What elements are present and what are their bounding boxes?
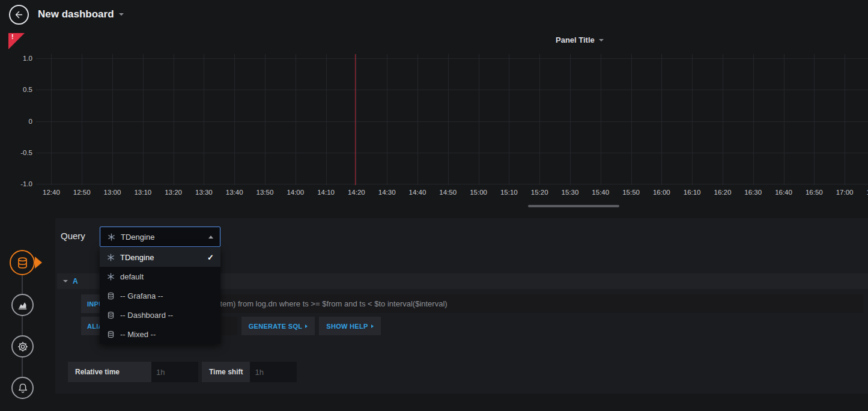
error-exclamation-icon: ! <box>11 34 14 40</box>
x-tick-label: 15:10 <box>494 189 524 196</box>
bell-icon <box>17 382 29 394</box>
tab-queries[interactable] <box>10 250 35 275</box>
gear-icon <box>17 341 29 353</box>
datasource-option-tdengine[interactable]: TDengine ✓ <box>100 248 220 267</box>
x-tick-label: 13:40 <box>219 189 250 196</box>
datasource-select[interactable]: TDengine <box>100 227 220 247</box>
datasource-db-icon <box>16 257 29 269</box>
option-label: TDengine <box>120 253 154 262</box>
x-tick-label: 14:50 <box>432 189 463 196</box>
caret-right-icon <box>371 324 374 328</box>
top-navbar: New dashboard <box>0 0 868 29</box>
x-tick-label: 15:30 <box>555 189 586 196</box>
x-tick-label: 14:00 <box>280 189 311 196</box>
option-label: -- Grafana -- <box>120 291 163 300</box>
y-axis-row: -1.0 <box>8 184 32 215</box>
back-button[interactable] <box>9 5 29 25</box>
x-tick-label: 13:00 <box>97 189 128 196</box>
arrow-left-icon <box>14 10 24 20</box>
x-axis-labels: 12:4012:5013:0013:1013:2013:3013:4013:50… <box>36 189 868 196</box>
y-tick-label: -0.5 <box>20 149 32 156</box>
x-tick-label: 15:40 <box>585 189 616 196</box>
x-tick-label: 16:50 <box>799 189 830 196</box>
datasource-option-grafana[interactable]: -- Grafana -- <box>100 286 220 305</box>
relative-time-label: Relative time <box>68 362 151 382</box>
gridline <box>36 58 868 90</box>
x-tick-label: 16:30 <box>738 189 768 196</box>
time-shift-label: Time shift <box>202 362 250 382</box>
graph-icon <box>17 299 28 311</box>
database-icon <box>106 330 115 338</box>
x-tick-label: 15:50 <box>616 189 646 196</box>
x-tick-label: 15:00 <box>463 189 494 196</box>
tab-general[interactable] <box>11 335 34 358</box>
show-help-button[interactable]: SHOW HELP <box>319 317 380 335</box>
datasource-option-default[interactable]: default <box>100 267 220 286</box>
input-sql-field[interactable]: tem) from log.dn where ts >= $from and t… <box>130 294 863 313</box>
tdengine-icon <box>106 273 115 281</box>
dashboard-title: New dashboard <box>38 8 114 20</box>
y-tick-label: 1.0 <box>23 55 32 62</box>
x-tick-label: 14:30 <box>372 189 402 196</box>
x-tick-label: 12:50 <box>67 189 97 196</box>
x-tick-label: 14:20 <box>341 189 372 196</box>
y-axis-row: 0 <box>8 121 32 153</box>
x-tick-label: 16:00 <box>646 189 677 196</box>
horizontal-scrollbar[interactable] <box>528 205 619 207</box>
caret-right-icon <box>305 324 308 328</box>
time-shift-input[interactable] <box>250 362 297 382</box>
gridline <box>36 121 868 153</box>
x-tick-label: 16:40 <box>768 189 799 196</box>
datasource-dropdown-menu: TDengine ✓ default -- Grafana -- -- Dash… <box>100 248 220 344</box>
y-axis-row: 0.5 <box>8 90 32 121</box>
grafana-app: New dashboard ! Panel Title 1.0 0.5 0 <box>0 0 868 411</box>
query-letter: A <box>73 277 78 285</box>
x-tick-label: 14:40 <box>402 189 433 196</box>
tab-visualization[interactable] <box>11 294 34 316</box>
time-options-row: Relative time Time shift <box>68 362 297 382</box>
tdengine-icon <box>106 254 115 261</box>
tdengine-icon <box>107 233 115 241</box>
y-tick-label: 0 <box>29 118 32 125</box>
generate-sql-button[interactable]: GENERATE SQL <box>241 317 315 335</box>
x-tick-label: 15:20 <box>524 189 555 196</box>
datasource-selected-label: TDengine <box>121 233 203 242</box>
x-tick-label: 13:50 <box>250 189 281 196</box>
database-icon <box>106 311 115 319</box>
graph-panel: ! Panel Title 1.0 0.5 0 -0.5 -1.0 <box>8 33 868 206</box>
datasource-option-dashboard[interactable]: -- Dashboard -- <box>100 305 220 324</box>
datasource-option-mixed[interactable]: -- Mixed -- <box>100 324 220 344</box>
y-axis-row: 1.0 <box>8 58 32 90</box>
gridline <box>36 90 868 121</box>
collapse-caret-icon <box>63 280 68 282</box>
dashboard-title-menu[interactable]: New dashboard <box>38 8 124 20</box>
y-axis-labels: 1.0 0.5 0 -0.5 -1.0 <box>8 58 32 215</box>
check-icon: ✓ <box>207 253 214 262</box>
chevron-up-icon <box>208 236 213 239</box>
panel-title: Panel Title <box>556 35 595 44</box>
active-tab-arrow-icon <box>35 257 42 269</box>
tab-alert[interactable] <box>11 377 34 399</box>
x-tick-label: 16:10 <box>677 189 708 196</box>
editor-tabs-connector-line <box>22 263 23 388</box>
x-tick-label: 13:20 <box>158 189 189 196</box>
relative-time-input[interactable] <box>151 362 198 382</box>
option-label: -- Mixed -- <box>120 330 156 339</box>
y-tick-label: 0.5 <box>23 86 32 93</box>
y-axis-row: -0.5 <box>8 153 32 184</box>
x-tick-label: 12:40 <box>36 189 67 196</box>
x-tick-label: 13:30 <box>189 189 219 196</box>
query-section-label: Query <box>61 231 85 241</box>
x-tick-label: 13:10 <box>127 189 158 196</box>
panel-title-menu[interactable]: Panel Title <box>556 35 604 44</box>
generate-sql-label: GENERATE SQL <box>249 323 303 330</box>
database-icon <box>106 292 115 300</box>
chevron-down-icon <box>599 39 604 41</box>
y-tick-label: -1.0 <box>20 180 32 187</box>
chevron-down-icon <box>119 13 124 16</box>
option-label: default <box>120 272 144 281</box>
x-tick-label: 16:20 <box>708 189 738 196</box>
option-label: -- Dashboard -- <box>120 311 173 320</box>
show-help-label: SHOW HELP <box>326 323 368 330</box>
x-tick-label: 17:10 <box>860 189 868 196</box>
